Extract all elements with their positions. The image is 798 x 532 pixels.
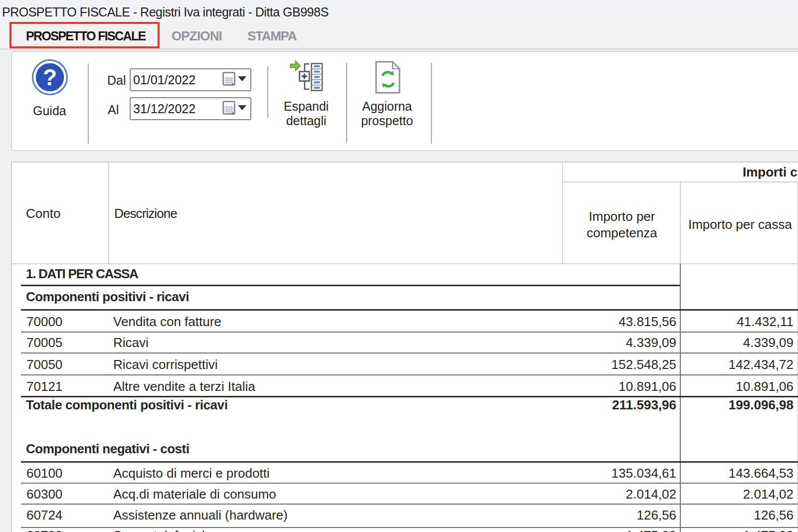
- svg-text:?: ?: [43, 64, 57, 90]
